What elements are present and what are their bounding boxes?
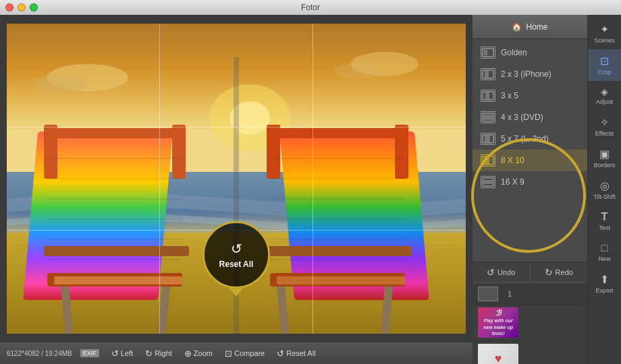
crop-option-4x3[interactable]: 4 x 3 (DVD) <box>473 107 587 128</box>
svg-rect-25 <box>54 276 182 284</box>
crop-option-8x10[interactable]: 8 X 10 <box>473 150 587 171</box>
svg-rect-47 <box>483 115 493 120</box>
home-icon: 🏠 <box>512 22 522 32</box>
sidebar-item-borders[interactable]: ▣ Borders <box>588 142 621 174</box>
undo-button[interactable]: ↺ Undo <box>473 262 530 282</box>
sidebar-item-adjust[interactable]: ◈ Adjust <box>588 81 621 111</box>
svg-rect-19 <box>267 125 280 179</box>
svg-rect-26 <box>277 276 405 284</box>
3x5-crop-icon <box>481 90 495 102</box>
canvas-area: ↺ Reset All 6122*4082 / 19.24MB EXIF ↺ L… <box>0 15 473 364</box>
bottom-toolbar: 6122*4082 / 19.24MB EXIF ↺ Left ↻ Right … <box>0 342 473 364</box>
svg-rect-43 <box>485 71 489 78</box>
16x9-crop-icon <box>481 176 495 188</box>
app-title: Fotor <box>301 3 320 12</box>
svg-rect-53 <box>483 180 493 184</box>
thumb-item-beauty[interactable]: ℬ Play with ournew make uptools! <box>473 305 587 341</box>
tiltshift-icon: ◎ <box>600 179 610 192</box>
svg-rect-51 <box>484 157 489 164</box>
svg-rect-14 <box>172 125 186 179</box>
zoom-label: Zoom <box>194 349 213 357</box>
rotate-right-icon: ↻ <box>145 348 153 359</box>
borders-label: Borders <box>594 162 616 169</box>
svg-rect-12 <box>44 128 186 138</box>
svg-rect-23 <box>44 246 189 256</box>
new-icon: □ <box>601 242 608 254</box>
photo-canvas: ↺ Reset All <box>7 24 466 334</box>
effects-icon: ✧ <box>600 116 609 129</box>
thumb-item-heart[interactable] <box>473 341 587 364</box>
rotate-left-button[interactable]: ↺ Left <box>106 347 138 360</box>
svg-point-6 <box>334 63 381 79</box>
sidebar-item-text[interactable]: T Text <box>588 206 621 237</box>
scenes-label: Scenes <box>594 38 614 44</box>
svg-rect-49 <box>485 135 490 142</box>
crop-option-16x9[interactable]: 16 X 9 <box>473 171 587 193</box>
text-label: Text <box>599 225 610 231</box>
home-label: Home <box>526 22 547 32</box>
scenes-icon: ✦ <box>600 23 609 36</box>
rotate-left-label: Left <box>121 349 133 357</box>
text-icon: T <box>601 211 608 223</box>
rotate-right-button[interactable]: ↻ Right <box>140 347 178 360</box>
svg-point-4 <box>34 74 88 94</box>
svg-rect-45 <box>485 92 489 99</box>
canvas-wrapper: ↺ Reset All <box>0 15 473 342</box>
svg-rect-20 <box>395 125 408 179</box>
effects-label: Effects <box>595 131 614 137</box>
sidebar-item-effects[interactable]: ✧ Effects <box>588 111 621 142</box>
redo-button[interactable]: ↻ Redo <box>531 262 588 282</box>
2x3-label: 2 x 3 (iPhone) <box>501 69 551 79</box>
undo-redo-bar: ↺ Undo ↻ Redo <box>473 262 587 283</box>
crop-option-3x5[interactable]: 3 x 5 <box>473 85 587 107</box>
export-label: Export <box>595 288 613 294</box>
svg-rect-24 <box>267 246 412 256</box>
zoom-button[interactable]: ⊕ Zoom <box>179 347 218 360</box>
reset-all-button[interactable]: ↺ Reset All <box>202 221 270 289</box>
crop-option-golden[interactable]: Golden <box>473 42 587 63</box>
svg-rect-13 <box>44 125 57 179</box>
sidebar-item-scenes[interactable]: ✦ Scenes <box>588 18 621 49</box>
2x3-crop-icon <box>481 68 495 80</box>
svg-rect-18 <box>267 128 408 138</box>
thumb-item-1[interactable]: 1 <box>473 283 587 305</box>
window-controls[interactable] <box>5 3 38 11</box>
crop-panel: 🏠 Home Golden 2 x 3 (iPhone) <box>473 15 587 364</box>
minimize-button[interactable] <box>18 3 26 11</box>
reset-all-bottom-label: Reset All <box>286 349 315 357</box>
thumb-1-label: 1 <box>508 290 512 298</box>
5x7-label: 5 x 7 (L, 2nd) <box>501 134 549 144</box>
new-label: New <box>598 256 610 262</box>
close-button[interactable] <box>5 3 14 11</box>
sidebar-item-crop[interactable]: ⊡ Crop <box>588 49 621 81</box>
compare-icon: ⊡ <box>225 348 232 359</box>
compare-button[interactable]: ⊡ Compare <box>219 347 270 360</box>
right-sidebar: ✦ Scenes ⊡ Crop ◈ Adjust ✧ Effects ▣ Bor… <box>587 15 621 364</box>
crop-option-2x3[interactable]: 2 x 3 (iPhone) <box>473 63 587 85</box>
home-button[interactable]: 🏠 Home <box>473 15 587 39</box>
image-info: 6122*4082 / 19.24MB <box>7 350 72 357</box>
crop-label: Crop <box>598 69 612 75</box>
tiltshift-label: Tilt-Shift <box>593 194 616 200</box>
beauty-text: ℬ Play with ournew make uptools! <box>483 309 513 336</box>
reset-all-bottom-icon: ↺ <box>277 348 284 359</box>
sidebar-item-new[interactable]: □ New <box>588 237 621 268</box>
golden-crop-icon <box>481 47 495 59</box>
reset-all-popup[interactable]: ↺ Reset All <box>202 221 270 297</box>
sidebar-item-export[interactable]: ⬆ Export <box>588 268 621 299</box>
maximize-button[interactable] <box>30 3 38 11</box>
sidebar-item-tiltshift[interactable]: ◎ Tilt-Shift <box>588 174 621 206</box>
4x3-label: 4 x 3 (DVD) <box>501 113 543 122</box>
reset-all-bottom-button[interactable]: ↺ Reset All <box>271 347 321 360</box>
svg-rect-41 <box>484 50 487 55</box>
4x3-crop-icon <box>481 111 495 123</box>
3x5-label: 3 x 5 <box>501 91 518 100</box>
heart-thumbnail <box>478 344 518 364</box>
title-bar: Fotor <box>0 0 621 15</box>
exif-button[interactable]: EXIF <box>80 349 99 357</box>
crop-icon: ⊡ <box>600 55 609 67</box>
thumbnail-section: 1 ℬ Play with ournew make uptools! <box>473 283 587 364</box>
crop-option-5x7[interactable]: 5 x 7 (L, 2nd) <box>473 128 587 150</box>
reset-icon: ↺ <box>231 241 242 257</box>
crop-options-list: Golden 2 x 3 (iPhone) 3 x 5 <box>473 39 587 262</box>
